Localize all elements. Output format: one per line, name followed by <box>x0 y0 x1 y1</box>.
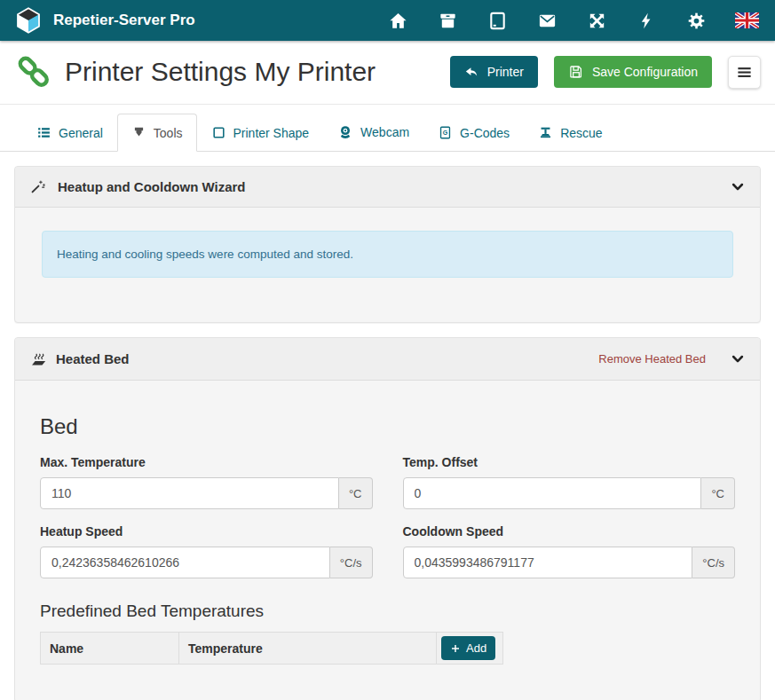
webcam-icon <box>337 124 353 140</box>
global-settings-icon[interactable] <box>685 10 707 31</box>
link-chain-icon <box>14 52 53 91</box>
settings-tabs: General Tools Printer Shape Webcam G G-C… <box>0 113 775 152</box>
predefined-temps-table: Name Temperature Add <box>40 632 503 665</box>
chevron-down-icon[interactable] <box>730 351 746 367</box>
heatup-speed-unit: °C/s <box>330 547 373 578</box>
table-header-row: Name Temperature Add <box>41 633 503 665</box>
list-icon <box>36 125 51 140</box>
settings-content: Heatup and Cooldown Wizard Heating and c… <box>0 152 775 700</box>
temperature-column-header: Temperature <box>179 633 437 665</box>
tab-gcodes[interactable]: G G-Codes <box>423 114 524 152</box>
heated-bed-panel-title: Heated Bed <box>56 351 130 366</box>
cooldown-speed-unit: °C/s <box>692 547 735 578</box>
wizard-panel-header[interactable]: Heatup and Cooldown Wizard <box>15 167 760 208</box>
temp-offset-field: Temp. Offset °C <box>403 455 736 509</box>
repetier-logo-icon <box>14 6 43 35</box>
messages-icon[interactable] <box>536 10 558 31</box>
extruder-icon <box>131 125 146 140</box>
cooldown-speed-label: Cooldown Speed <box>403 524 736 539</box>
language-english-flag-icon[interactable] <box>735 10 759 31</box>
page-title: Printer Settings My Printer <box>65 57 376 87</box>
max-temperature-field: Max. Temperature °C <box>40 455 373 509</box>
reply-arrow-icon <box>464 65 479 80</box>
hamburger-menu-icon <box>736 64 753 81</box>
magic-wand-icon <box>29 178 46 195</box>
menu-button[interactable] <box>728 56 761 89</box>
name-column-header: Name <box>41 633 179 665</box>
touch-interface-icon[interactable] <box>486 10 508 31</box>
remove-heated-bed-link[interactable]: Remove Heated Bed <box>598 352 706 366</box>
plus-icon <box>450 643 461 654</box>
home-icon[interactable] <box>387 10 408 31</box>
bed-section-heading: Bed <box>40 414 735 439</box>
temp-offset-unit: °C <box>701 477 735 509</box>
heatup-speed-label: Heatup Speed <box>40 524 373 539</box>
max-temperature-unit: °C <box>339 477 373 509</box>
page-header: Printer Settings My Printer Printer Save… <box>0 41 775 105</box>
tab-rescue[interactable]: Rescue <box>524 114 616 152</box>
bed-fields: Max. Temperature °C Temp. Offset °C Heat… <box>40 455 735 578</box>
heatup-speed-input[interactable] <box>40 547 330 578</box>
brand-label: Repetier-Server Pro <box>53 12 195 29</box>
heated-bed-panel-header[interactable]: Heated Bed Remove Heated Bed <box>15 338 760 381</box>
info-alert: Heating and cooling speeds were computed… <box>42 231 733 278</box>
save-configuration-button[interactable]: Save Configuration <box>554 56 712 88</box>
cooldown-speed-input[interactable] <box>403 547 693 578</box>
heated-bed-icon <box>29 350 48 368</box>
floppy-save-icon <box>568 64 584 80</box>
printer-button[interactable]: Printer <box>450 56 538 88</box>
chevron-down-icon[interactable] <box>730 179 746 195</box>
predefined-temps-heading: Predefined Bed Temperatures <box>40 602 735 621</box>
heated-bed-panel: Heated Bed Remove Heated Bed Bed Max. Te… <box>14 337 761 700</box>
max-temperature-input[interactable] <box>40 477 339 509</box>
top-navbar: Repetier-Server Pro <box>0 0 775 41</box>
printers-box-icon[interactable] <box>437 10 458 31</box>
brand[interactable]: Repetier-Server Pro <box>14 6 195 35</box>
svg-text:G: G <box>443 130 448 137</box>
temp-offset-input[interactable] <box>403 477 702 509</box>
max-temperature-label: Max. Temperature <box>40 455 373 469</box>
wizard-panel-body: Heating and cooling speeds were computed… <box>15 208 760 322</box>
tab-webcam[interactable]: Webcam <box>323 113 423 152</box>
add-temperature-button[interactable]: Add <box>441 636 495 660</box>
add-column-header: Add <box>437 633 503 665</box>
tab-tools[interactable]: Tools <box>117 114 197 152</box>
cooldown-speed-field: Cooldown Speed °C/s <box>403 524 736 578</box>
tab-general[interactable]: General <box>22 114 117 152</box>
gcode-file-icon: G <box>438 125 453 140</box>
wizard-panel: Heatup and Cooldown Wizard Heating and c… <box>14 166 761 323</box>
fullscreen-icon[interactable] <box>586 10 607 31</box>
heated-bed-panel-body: Bed Max. Temperature °C Temp. Offset °C <box>15 381 760 700</box>
tab-printer-shape[interactable]: Printer Shape <box>197 114 324 152</box>
wizard-panel-title: Heatup and Cooldown Wizard <box>58 179 246 194</box>
piston-icon <box>538 125 553 140</box>
square-outline-icon <box>211 125 226 140</box>
navbar-icons <box>387 10 759 31</box>
temp-offset-label: Temp. Offset <box>403 455 736 469</box>
heatup-speed-field: Heatup Speed °C/s <box>40 524 373 578</box>
quick-commands-icon[interactable] <box>636 10 657 31</box>
